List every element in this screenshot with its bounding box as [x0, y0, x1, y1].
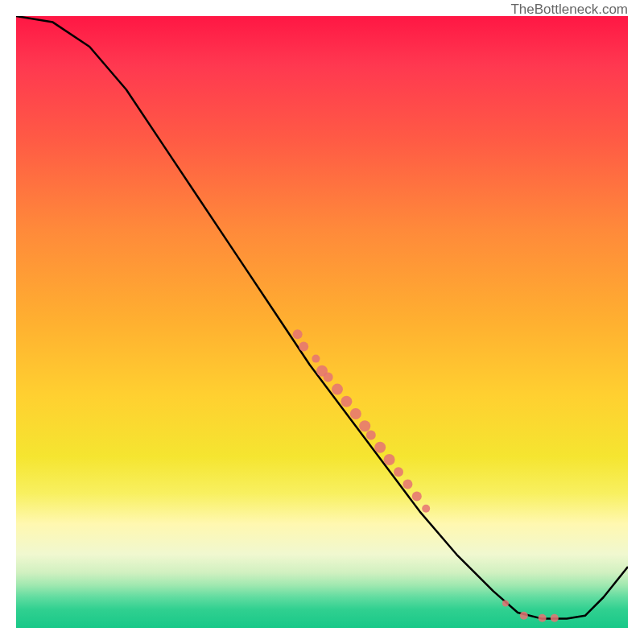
bottleneck-chart: TheBottleneck.com [0, 0, 644, 644]
attribution-watermark: TheBottleneck.com [510, 2, 628, 18]
gradient-background [16, 16, 628, 628]
